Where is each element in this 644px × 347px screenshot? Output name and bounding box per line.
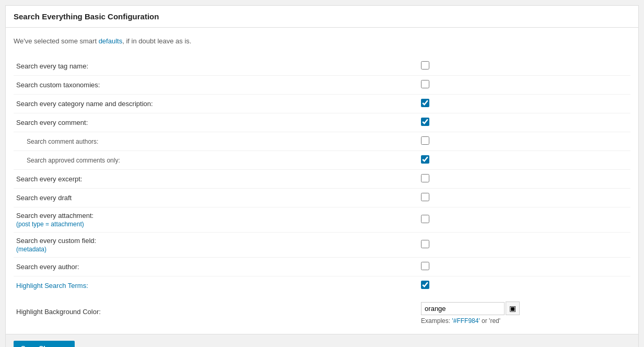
checkbox-highlight-terms[interactable] [421,281,429,289]
checkbox-custom-taxonomies[interactable] [421,80,429,88]
save-changes-button[interactable]: Save Changes [14,341,75,347]
highlight-color-label: Highlight Background Color: [16,308,416,316]
label-approved-comments: Search approved comments only: [14,151,418,170]
config-panel: Search Everything Basic Configuration We… [5,5,639,347]
row-every-attachment: Search every attachment:(post type = att… [14,207,630,233]
label-every-attachment: Search every attachment:(post type = att… [14,207,418,233]
row-custom-field: Search every custom field:(metadata) [14,233,630,258]
row-custom-taxonomies: Search custom taxonomies: [14,76,630,95]
label-every-excerpt: Search every excerpt: [14,170,418,189]
checkbox-comment-authors[interactable] [421,136,429,145]
settings-table: Search every tag name:Search custom taxo… [14,57,630,329]
intro-link[interactable]: defaults [99,37,123,45]
row-approved-comments: Search approved comments only: [14,151,630,170]
intro-text: We've selected some smart defaults, if i… [14,33,630,49]
checkbox-every-attachment[interactable] [421,215,429,223]
label-custom-field: Search every custom field:(metadata) [14,233,418,258]
checkbox-approved-comments[interactable] [421,155,429,164]
panel-body: We've selected some smart defaults, if i… [6,28,638,334]
row-every-comment: Search every comment: [14,113,630,132]
row-highlight-terms: Highlight Search Terms: [14,276,630,295]
checkbox-category-name[interactable] [421,99,429,107]
color-example: Examples: '#FFF984' or 'red' [421,317,628,325]
checkbox-every-draft[interactable] [421,193,429,201]
label-tag-name: Search every tag name: [14,57,418,76]
row-every-excerpt: Search every excerpt: [14,170,630,189]
highlight-color-row: Highlight Background Color: ▣ Examples: … [14,295,630,329]
row-category-name: Search every category name and descripti… [14,95,630,113]
page-wrapper: Search Everything Basic Configuration We… [0,5,644,347]
color-picker-button[interactable]: ▣ [506,302,520,315]
label-category-name: Search every category name and descripti… [14,95,418,113]
footer-bar: Save Changes [6,334,638,347]
label-highlight-terms: Highlight Search Terms: [14,276,418,295]
label-every-author: Search every author: [14,258,418,276]
row-comment-authors: Search comment authors: [14,132,630,151]
panel-title: Search Everything Basic Configuration [6,6,638,28]
row-every-author: Search every author: [14,258,630,276]
highlight-color-input[interactable] [421,302,505,315]
color-example-red: or 'red' [482,317,500,325]
row-every-draft: Search every draft [14,189,630,207]
color-input-wrap: ▣ [421,302,628,315]
label-every-draft: Search every draft [14,189,418,207]
checkbox-every-comment[interactable] [421,118,429,126]
label-comment-authors: Search comment authors: [14,132,418,151]
label-every-comment: Search every comment: [14,113,418,132]
checkbox-every-excerpt[interactable] [421,174,429,182]
row-tag-name: Search every tag name: [14,57,630,76]
checkbox-custom-field[interactable] [421,240,429,248]
color-example-hex[interactable]: '#FFF984' [452,317,479,325]
checkbox-tag-name[interactable] [421,61,429,70]
checkbox-every-author[interactable] [421,262,429,270]
label-custom-taxonomies: Search custom taxonomies: [14,76,418,95]
